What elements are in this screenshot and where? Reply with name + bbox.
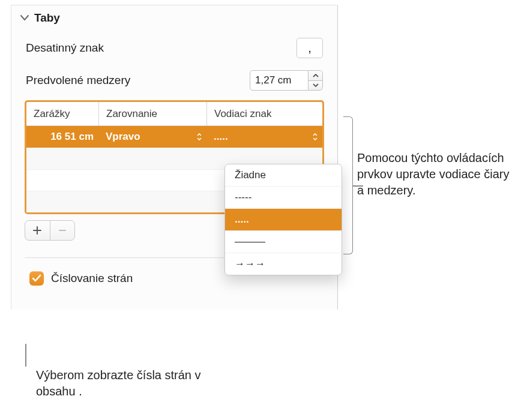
disclosure-down-icon[interactable]	[20, 13, 29, 23]
table-row[interactable]: 16 51 cm Vpravo .....	[26, 126, 322, 148]
col-align[interactable]: Zarovnanie	[98, 102, 206, 125]
remove-button[interactable]	[50, 221, 75, 240]
spacing-field: 1,27 cm	[250, 70, 323, 91]
pagenumber-checkbox[interactable]	[29, 271, 44, 286]
add-remove-buttons	[25, 220, 75, 241]
tabs-table: Zarážky Zarovnanie Vodiaci znak 16 51 cm…	[25, 100, 324, 214]
leader-option-arrows[interactable]: →→→	[225, 253, 342, 275]
callout-bottom: Výberom zobrazte čísla strán v obsahu .	[36, 367, 216, 400]
decimal-value: ,	[308, 41, 312, 55]
decimal-label: Desatinný znak	[26, 41, 104, 55]
col-stops[interactable]: Zarážky	[26, 102, 98, 125]
spacing-label: Predvolené medzery	[26, 74, 130, 87]
add-button[interactable]	[25, 221, 50, 240]
leader-option-dots[interactable]: .....	[225, 208, 342, 230]
spacing-input[interactable]: 1,27 cm	[250, 70, 309, 91]
col-leader[interactable]: Vodiaci znak	[206, 102, 322, 125]
callout-bracket	[343, 116, 353, 254]
callout-line	[25, 344, 26, 367]
spacing-value: 1,27 cm	[255, 74, 291, 86]
decimal-input[interactable]: ,	[297, 38, 323, 58]
leader-option-none[interactable]: Žiadne	[225, 164, 342, 186]
spacing-row: Predvolené medzery 1,27 cm	[11, 64, 337, 97]
tabs-table-header: Zarážky Zarovnanie Vodiaci znak	[26, 102, 322, 126]
cell-stop[interactable]: 16 51 cm	[26, 126, 98, 148]
chevron-updown-icon	[312, 131, 319, 142]
leader-option-line[interactable]: ———	[225, 230, 342, 253]
section-header[interactable]: Taby	[11, 5, 337, 32]
leader-dropdown: Žiadne ----- ..... ——— →→→	[224, 164, 342, 275]
callout-right: Pomocou týchto ovládacích prvkov upravte…	[357, 150, 513, 199]
decimal-row: Desatinný znak ,	[11, 32, 337, 64]
spacing-stepper	[309, 70, 323, 91]
cell-align[interactable]: Vpravo	[98, 126, 206, 148]
cell-leader[interactable]: .....	[206, 126, 322, 148]
tabs-panel: Taby Desatinný znak , Predvolené medzery…	[11, 5, 338, 310]
pagenumber-label: Číslovanie strán	[51, 272, 133, 285]
stepper-down-button[interactable]	[309, 80, 322, 91]
stepper-up-button[interactable]	[309, 71, 322, 80]
leader-option-dashes[interactable]: -----	[225, 186, 342, 208]
section-title: Taby	[34, 11, 60, 25]
chevron-updown-icon	[196, 131, 203, 142]
